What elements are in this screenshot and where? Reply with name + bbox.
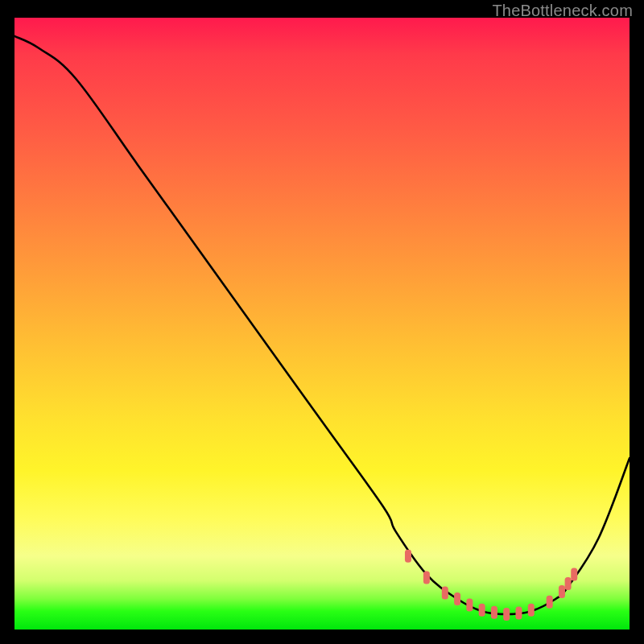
marker-dot (571, 568, 577, 581)
chart-stage: TheBottleneck.com (0, 0, 644, 644)
marker-dot (405, 550, 411, 563)
plot-area (14, 18, 630, 630)
marker-dot (515, 606, 522, 619)
optimal-range-markers (405, 550, 577, 621)
curve-layer (14, 18, 630, 630)
marker-dot (466, 599, 473, 612)
bottleneck-curve (14, 36, 630, 614)
marker-dot (454, 592, 460, 605)
marker-dot (491, 606, 497, 619)
marker-dot (423, 571, 430, 584)
marker-dot (565, 577, 572, 590)
marker-dot (503, 608, 510, 621)
marker-dot (479, 604, 485, 617)
marker-dot (559, 585, 565, 598)
marker-dot (442, 586, 448, 599)
marker-dot (528, 604, 535, 617)
marker-dot (547, 596, 553, 609)
